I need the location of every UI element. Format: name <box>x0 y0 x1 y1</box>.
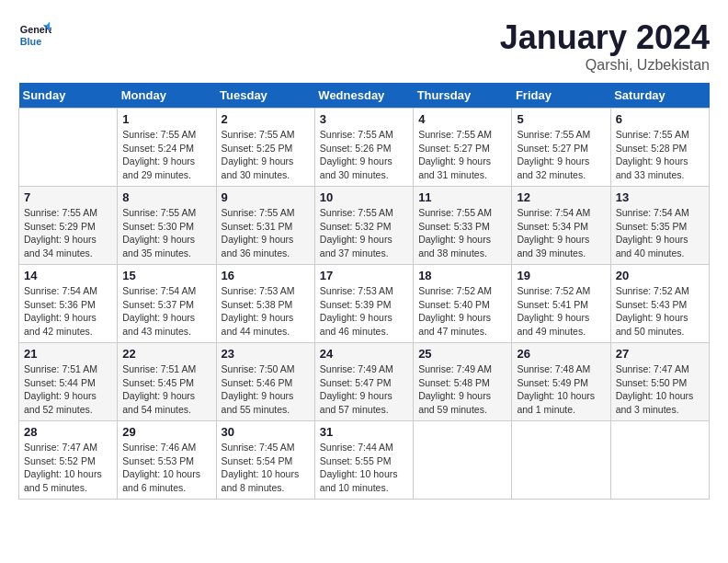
day-info: Sunrise: 7:55 AMSunset: 5:24 PMDaylight:… <box>122 128 210 182</box>
day-number: 27 <box>616 347 704 361</box>
calendar-cell: 30 Sunrise: 7:45 AMSunset: 5:54 PMDaylig… <box>216 421 314 500</box>
day-info: Sunrise: 7:49 AMSunset: 5:47 PMDaylight:… <box>320 362 408 417</box>
day-info: Sunrise: 7:55 AMSunset: 5:29 PMDaylight:… <box>24 206 112 260</box>
page-header: General Blue January 2024 Qarshi, Uzbeki… <box>18 18 710 74</box>
location-title: Qarshi, Uzbekistan <box>500 57 710 74</box>
day-info: Sunrise: 7:55 AMSunset: 5:27 PMDaylight:… <box>517 128 605 182</box>
day-number: 13 <box>616 190 704 204</box>
day-info: Sunrise: 7:47 AMSunset: 5:52 PMDaylight:… <box>24 441 112 495</box>
day-number: 23 <box>222 347 310 361</box>
calendar-cell: 6 Sunrise: 7:55 AMSunset: 5:28 PMDayligh… <box>610 109 709 187</box>
day-info: Sunrise: 7:54 AMSunset: 5:35 PMDaylight:… <box>616 206 704 260</box>
calendar-cell: 4 Sunrise: 7:55 AMSunset: 5:27 PMDayligh… <box>414 109 512 187</box>
calendar-cell: 16 Sunrise: 7:53 AMSunset: 5:38 PMDaylig… <box>216 265 314 343</box>
calendar-cell: 7 Sunrise: 7:55 AMSunset: 5:29 PMDayligh… <box>19 187 118 265</box>
calendar-cell: 14 Sunrise: 7:54 AMSunset: 5:36 PMDaylig… <box>19 265 118 343</box>
weekday-header-friday: Friday <box>512 83 610 109</box>
calendar-cell: 10 Sunrise: 7:55 AMSunset: 5:32 PMDaylig… <box>314 187 413 265</box>
day-info: Sunrise: 7:48 AMSunset: 5:49 PMDaylight:… <box>517 362 605 417</box>
day-info: Sunrise: 7:47 AMSunset: 5:50 PMDaylight:… <box>616 362 704 417</box>
day-number: 30 <box>222 425 310 439</box>
weekday-header-tuesday: Tuesday <box>216 83 314 109</box>
calendar-cell: 25 Sunrise: 7:49 AMSunset: 5:48 PMDaylig… <box>414 343 512 421</box>
day-info: Sunrise: 7:52 AMSunset: 5:40 PMDaylight:… <box>418 284 506 339</box>
day-number: 9 <box>222 190 310 204</box>
calendar-cell: 2 Sunrise: 7:55 AMSunset: 5:25 PMDayligh… <box>216 109 314 187</box>
weekday-header-row: SundayMondayTuesdayWednesdayThursdayFrid… <box>19 83 710 109</box>
calendar-cell <box>414 421 512 500</box>
calendar-week-3: 14 Sunrise: 7:54 AMSunset: 5:36 PMDaylig… <box>19 265 710 343</box>
day-info: Sunrise: 7:54 AMSunset: 5:34 PMDaylight:… <box>517 206 605 260</box>
day-info: Sunrise: 7:44 AMSunset: 5:55 PMDaylight:… <box>320 441 408 495</box>
day-info: Sunrise: 7:55 AMSunset: 5:26 PMDaylight:… <box>320 128 408 182</box>
day-number: 15 <box>122 269 210 282</box>
day-number: 19 <box>517 269 605 282</box>
calendar-cell: 31 Sunrise: 7:44 AMSunset: 5:55 PMDaylig… <box>314 421 413 500</box>
day-number: 6 <box>616 112 704 126</box>
day-number: 17 <box>320 269 408 282</box>
calendar-cell: 24 Sunrise: 7:49 AMSunset: 5:47 PMDaylig… <box>314 343 413 421</box>
calendar-cell: 22 Sunrise: 7:51 AMSunset: 5:45 PMDaylig… <box>118 343 216 421</box>
calendar-week-1: 1 Sunrise: 7:55 AMSunset: 5:24 PMDayligh… <box>19 109 710 187</box>
day-number: 8 <box>122 190 210 204</box>
calendar-week-4: 21 Sunrise: 7:51 AMSunset: 5:44 PMDaylig… <box>19 343 710 421</box>
calendar-cell: 1 Sunrise: 7:55 AMSunset: 5:24 PMDayligh… <box>118 109 216 187</box>
day-number: 21 <box>24 347 112 361</box>
day-info: Sunrise: 7:52 AMSunset: 5:43 PMDaylight:… <box>616 284 704 339</box>
calendar-cell <box>610 421 709 500</box>
day-number: 24 <box>320 347 408 361</box>
calendar-cell <box>19 109 118 187</box>
calendar-cell: 13 Sunrise: 7:54 AMSunset: 5:35 PMDaylig… <box>610 187 709 265</box>
calendar-cell: 23 Sunrise: 7:50 AMSunset: 5:46 PMDaylig… <box>216 343 314 421</box>
day-number: 18 <box>418 269 506 282</box>
calendar-week-2: 7 Sunrise: 7:55 AMSunset: 5:29 PMDayligh… <box>19 187 710 265</box>
day-number: 22 <box>122 347 210 361</box>
day-info: Sunrise: 7:51 AMSunset: 5:45 PMDaylight:… <box>122 362 210 417</box>
day-info: Sunrise: 7:55 AMSunset: 5:28 PMDaylight:… <box>616 128 704 182</box>
day-number: 31 <box>320 425 408 439</box>
weekday-header-sunday: Sunday <box>19 83 118 109</box>
weekday-header-thursday: Thursday <box>414 83 512 109</box>
day-number: 7 <box>24 190 112 204</box>
day-number: 28 <box>24 425 112 439</box>
day-number: 2 <box>222 112 310 126</box>
day-info: Sunrise: 7:55 AMSunset: 5:30 PMDaylight:… <box>122 206 210 260</box>
day-info: Sunrise: 7:55 AMSunset: 5:25 PMDaylight:… <box>222 128 310 182</box>
day-info: Sunrise: 7:51 AMSunset: 5:44 PMDaylight:… <box>24 362 112 417</box>
calendar-cell: 8 Sunrise: 7:55 AMSunset: 5:30 PMDayligh… <box>118 187 216 265</box>
day-number: 25 <box>418 347 506 361</box>
day-info: Sunrise: 7:55 AMSunset: 5:32 PMDaylight:… <box>320 206 408 260</box>
day-info: Sunrise: 7:52 AMSunset: 5:41 PMDaylight:… <box>517 284 605 339</box>
day-number: 12 <box>517 190 605 204</box>
day-number: 20 <box>616 269 704 282</box>
title-block: January 2024 Qarshi, Uzbekistan <box>500 18 710 74</box>
day-number: 26 <box>517 347 605 361</box>
calendar-cell: 28 Sunrise: 7:47 AMSunset: 5:52 PMDaylig… <box>19 421 118 500</box>
calendar-cell: 12 Sunrise: 7:54 AMSunset: 5:34 PMDaylig… <box>512 187 610 265</box>
day-number: 10 <box>320 190 408 204</box>
calendar-cell: 11 Sunrise: 7:55 AMSunset: 5:33 PMDaylig… <box>414 187 512 265</box>
calendar-cell: 3 Sunrise: 7:55 AMSunset: 5:26 PMDayligh… <box>314 109 413 187</box>
day-number: 29 <box>122 425 210 439</box>
day-number: 11 <box>418 190 506 204</box>
day-info: Sunrise: 7:49 AMSunset: 5:48 PMDaylight:… <box>418 362 506 417</box>
weekday-header-monday: Monday <box>118 83 216 109</box>
month-title: January 2024 <box>500 18 710 57</box>
day-info: Sunrise: 7:46 AMSunset: 5:53 PMDaylight:… <box>122 441 210 495</box>
day-info: Sunrise: 7:55 AMSunset: 5:27 PMDaylight:… <box>418 128 506 182</box>
day-number: 16 <box>222 269 310 282</box>
calendar-cell <box>512 421 610 500</box>
calendar-table: SundayMondayTuesdayWednesdayThursdayFrid… <box>18 83 710 500</box>
svg-text:Blue: Blue <box>20 36 41 47</box>
weekday-header-wednesday: Wednesday <box>314 83 413 109</box>
calendar-cell: 17 Sunrise: 7:53 AMSunset: 5:39 PMDaylig… <box>314 265 413 343</box>
calendar-cell: 20 Sunrise: 7:52 AMSunset: 5:43 PMDaylig… <box>610 265 709 343</box>
weekday-header-saturday: Saturday <box>610 83 709 109</box>
day-info: Sunrise: 7:50 AMSunset: 5:46 PMDaylight:… <box>222 362 310 417</box>
day-number: 5 <box>517 112 605 126</box>
day-info: Sunrise: 7:45 AMSunset: 5:54 PMDaylight:… <box>222 441 310 495</box>
day-number: 1 <box>122 112 210 126</box>
day-number: 14 <box>24 269 112 282</box>
day-info: Sunrise: 7:55 AMSunset: 5:31 PMDaylight:… <box>222 206 310 260</box>
day-info: Sunrise: 7:54 AMSunset: 5:37 PMDaylight:… <box>122 284 210 339</box>
